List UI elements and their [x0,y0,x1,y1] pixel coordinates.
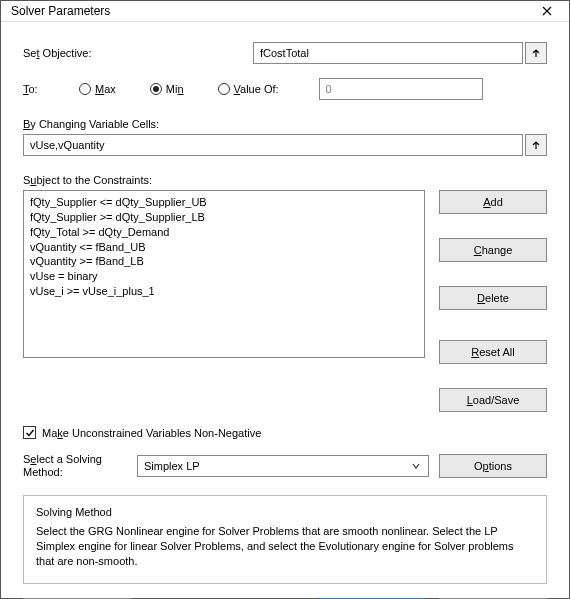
load-save-button[interactable]: Load/Save [439,388,547,412]
to-label: To: [23,83,79,95]
constraint-item[interactable]: fQty_Total >= dQty_Demand [30,225,418,240]
changing-input[interactable] [23,134,523,156]
unconstrained-nonnegative-row[interactable]: Make Unconstrained Variables Non-Negativ… [23,426,547,439]
checkbox-icon [23,426,36,439]
objective-input[interactable] [253,42,523,64]
changing-input-wrap [23,134,547,156]
radio-icon [150,83,162,95]
chevron-down-icon [408,462,424,470]
titlebar: Solver Parameters [1,1,569,22]
constraints-listbox[interactable]: fQty_Supplier <= dQty_Supplier_UBfQty_Su… [23,190,425,358]
constraint-item[interactable]: fQty_Supplier >= dQty_Supplier_LB [30,210,418,225]
changing-label: By Changing Variable Cells: [23,118,547,130]
constraints-area: fQty_Supplier <= dQty_Supplier_UBfQty_Su… [23,190,547,412]
info-text: Select the GRG Nonlinear engine for Solv… [36,524,534,569]
changing-row [23,134,547,156]
window-title: Solver Parameters [11,4,110,18]
constraint-item[interactable]: vQuantity <= fBand_UB [30,240,418,255]
method-select[interactable]: Simplex LP [137,455,429,477]
objective-row: Set Objective: [23,42,547,64]
method-row: Select a Solving Method: Simplex LP Opti… [23,453,547,479]
info-title: Solving Method [36,506,534,518]
method-selected: Simplex LP [144,460,200,472]
objective-input-wrap [253,42,547,64]
to-row: To: Max Min Value Of: [23,78,547,100]
method-label: Select a Solving Method: [23,453,127,479]
range-picker-icon[interactable] [525,42,547,64]
radio-min[interactable]: Min [150,83,184,95]
close-icon[interactable] [533,1,561,21]
options-button[interactable]: Options [439,454,547,478]
constraints-label: Subject to the Constraints: [23,174,547,186]
checkbox-label: Make Unconstrained Variables Non-Negativ… [42,427,261,439]
to-radio-group: Max Min Value Of: [79,83,279,95]
radio-valueof[interactable]: Value Of: [218,83,279,95]
constraint-item[interactable]: vUse = binary [30,269,418,284]
solver-dialog: Solver Parameters Set Objective: To: [0,0,570,599]
dialog-content: Set Objective: To: Max Min [1,22,569,599]
solving-method-info: Solving Method Select the GRG Nonlinear … [23,495,547,584]
reset-all-button[interactable]: Reset All [439,340,547,364]
change-button[interactable]: Change [439,238,547,262]
radio-icon [79,83,91,95]
constraint-item[interactable]: vQuantity >= fBand_LB [30,254,418,269]
radio-icon [218,83,230,95]
radio-max[interactable]: Max [79,83,116,95]
constraint-item[interactable]: vUse_i >= vUse_i_plus_1 [30,284,418,299]
add-button[interactable]: Add [439,190,547,214]
delete-button[interactable]: Delete [439,286,547,310]
range-picker-icon[interactable] [525,134,547,156]
constraints-buttons: Add Change Delete Reset All Load/Save [439,190,547,412]
objective-label: Set Objective: [23,47,253,59]
valueof-input[interactable] [319,78,483,100]
constraint-item[interactable]: fQty_Supplier <= dQty_Supplier_UB [30,195,418,210]
